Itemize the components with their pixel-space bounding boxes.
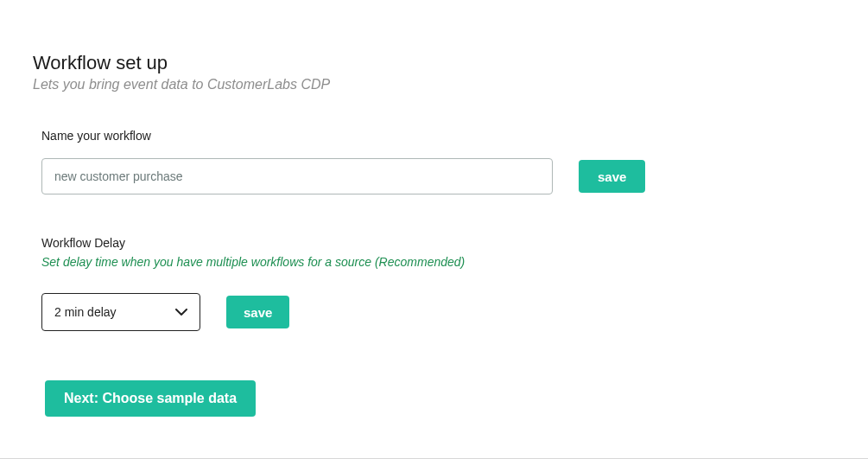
page-subtitle: Lets you bring event data to CustomerLab… [33,77,835,92]
workflow-delay-helper: Set delay time when you have multiple wo… [41,255,835,269]
workflow-delay-section: Workflow Delay Set delay time when you h… [33,236,835,331]
workflow-delay-select[interactable]: 2 min delay [41,293,200,331]
save-name-button[interactable]: save [579,160,645,193]
workflow-setup-page: Workflow set up Lets you bring event dat… [0,0,868,459]
workflow-name-input[interactable] [41,158,553,194]
chevron-down-icon [175,305,187,319]
page-title: Workflow set up [33,52,835,74]
workflow-name-section: Name your workflow save [33,129,835,194]
workflow-name-row: save [41,158,835,194]
workflow-delay-label: Workflow Delay [41,236,835,250]
workflow-name-label: Name your workflow [41,129,835,143]
workflow-delay-selected-value: 2 min delay [54,305,117,319]
save-delay-button[interactable]: save [226,296,289,328]
workflow-delay-row: 2 min delay save [41,293,835,331]
next-choose-sample-data-button[interactable]: Next: Choose sample data [45,380,256,417]
